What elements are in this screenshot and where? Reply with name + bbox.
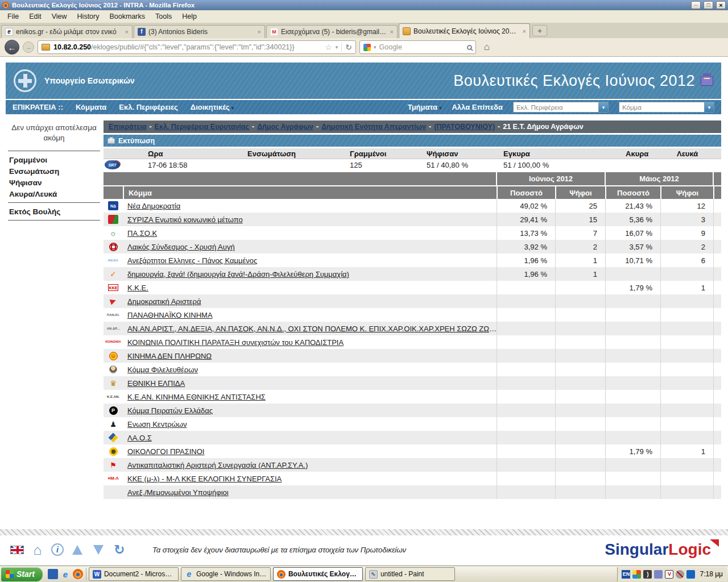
party-link[interactable]: Νέα Δημοκρατία	[127, 202, 180, 210]
party-link[interactable]: Αντικαπιταλιστική Αριστερή Συνεργασία (Α…	[127, 461, 308, 469]
sidebar-link-2[interactable]: Ψήφισαν	[6, 177, 102, 188]
browser-tab-2[interactable]: Εισερχόμενα (5) - bideris@gmail.com - G.…	[266, 25, 398, 38]
tab-close-icon[interactable]	[390, 28, 394, 35]
start-button[interactable]: Start	[1, 567, 43, 581]
refresh-icon[interactable]	[112, 543, 127, 556]
site-nav-item-0[interactable]: ΕΠΙΚΡΑΤΕΙΑ ::	[13, 103, 63, 111]
party-link[interactable]: δημιουργία, ξανά! (δημιουργία ξανά!-Δράσ…	[127, 270, 349, 278]
tab-close-icon[interactable]	[125, 28, 129, 35]
network-tray-icon[interactable]	[654, 570, 663, 579]
search-bar[interactable]: Google	[359, 40, 476, 54]
task-button-2[interactable]: Βουλευτικές Εκλογές ...	[273, 567, 363, 581]
breadcrumb-item-2[interactable]: Δήμος Αγράφων	[257, 123, 313, 131]
party-link[interactable]: ΣΥΡΙΖΑ Ενωτικό κοινωνικό μέτωπο	[127, 215, 243, 224]
party-link[interactable]: Κόμμα Πειρατών Ελλάδας	[127, 406, 213, 415]
print-button[interactable]: Εκτύπωση	[104, 135, 721, 147]
footer-home-icon[interactable]	[30, 543, 45, 556]
party-link[interactable]: Δημοκρατική Αριστερά	[127, 297, 201, 306]
party-link[interactable]: ΚΙΝΗΜΑ ΔΕΝ ΠΛΗΡΩΝΩ	[127, 352, 212, 360]
messenger-tray-icon[interactable]	[686, 570, 695, 579]
task-button-1[interactable]: Google - Windows Intern...	[181, 567, 271, 581]
office-tray-icon[interactable]	[632, 570, 641, 579]
tab-close-icon[interactable]	[258, 28, 261, 35]
party-link[interactable]: Κ.Κ.Ε.	[127, 284, 148, 292]
site-header: Υπουργείο Εσωτερικών Βουλευτικές Εκλογές…	[6, 63, 721, 99]
minimize-button[interactable]	[691, 1, 701, 9]
antivirus-tray-icon[interactable]: V	[665, 570, 673, 579]
url-bar[interactable]: 10.82.0.250/ekloges/public/#{"cls":"leve…	[38, 40, 356, 54]
breadcrumb-item-3[interactable]: Δημοτική Ενότητα Απεραντίων	[321, 123, 426, 131]
quicklaunch-app-icon[interactable]	[48, 569, 58, 579]
site-nav-right-item-1[interactable]: Αλλα Επίπεδα	[452, 103, 503, 111]
wireless-tray-icon[interactable]	[643, 570, 652, 579]
result-value	[605, 417, 660, 431]
url-text: 10.82.0.250/ekloges/public/#{"cls":"leve…	[53, 43, 321, 51]
menu-item-view[interactable]: View	[47, 11, 72, 22]
party-link[interactable]: Ανεξάρτητοι Ελληνες - Πάνος Καμμένος	[127, 256, 257, 265]
site-nav-right-item-0[interactable]: Τμήματα	[408, 103, 442, 111]
party-link[interactable]: ΚΟΙΝΩΝΙΑ ΠΟΛΙΤΙΚΗ ΠΑΡΑΤΑΞΗ συνεχιστών το…	[127, 338, 344, 347]
tab-close-icon[interactable]	[523, 28, 526, 35]
close-button[interactable]	[716, 1, 726, 9]
maximize-button[interactable]	[704, 1, 713, 9]
party-link[interactable]: ΠΑΝΑΘΗΝΑΪΚΟ ΚΙΝΗΜΑ	[127, 311, 213, 319]
party-icon-cell	[104, 376, 123, 390]
bookmark-star-icon[interactable]	[325, 43, 332, 52]
sidebar-link-3[interactable]: Ακυρα/Λευκά	[6, 188, 102, 199]
browser-tab-1[interactable]: (3) Antonios Bideris	[134, 25, 265, 38]
quicklaunch-firefox-icon[interactable]	[73, 569, 83, 579]
site-nav-item-1[interactable]: Κόμματα	[76, 103, 106, 111]
party-link[interactable]: Κ.Ε.ΑΝ. ΚΙΝΗΜΑ ΕΘΝΙΚΗΣ ΑΝΤΙΣΤΑΣΗΣ	[127, 393, 266, 401]
arrow-down-icon[interactable]	[93, 545, 104, 555]
breadcrumb-item-0[interactable]: Επικράτεια	[109, 123, 146, 131]
party-link[interactable]: ΠΑ.ΣΟ.Κ	[127, 229, 157, 238]
sidebar-link-1[interactable]: Ενσωμάτωση	[6, 165, 102, 177]
party-link[interactable]: Ανεξ./Μεμονωμένοι Υποψήφιοι	[127, 488, 229, 497]
url-dropdown-icon[interactable]	[336, 44, 338, 50]
menu-item-history[interactable]: History	[72, 11, 105, 22]
menu-item-tools[interactable]: Tools	[150, 11, 177, 22]
search-engine-dropdown-icon[interactable]	[374, 44, 377, 50]
search-input[interactable]: Google	[379, 43, 464, 51]
menu-item-edit[interactable]: Edit	[24, 11, 47, 22]
browser-tab-3[interactable]: Βουλευτικές Εκλογές Ιούνιος 2012 - INTRA	[399, 23, 530, 38]
party-link[interactable]: ΑΝ.ΑΝ.ΑΡΙΣΤ., ΑΝ.ΔΕΞΙΑ, ΑΝ.ΠΑΣΟΚ, ΑΝ.Ν.Δ…	[127, 325, 497, 333]
volume-muted-tray-icon[interactable]	[676, 570, 684, 579]
party-link[interactable]: ΛΑ.Ο.Σ	[127, 434, 152, 442]
arrow-up-icon[interactable]	[72, 545, 82, 555]
uk-flag-icon[interactable]	[10, 546, 24, 554]
en-language-tray-icon[interactable]: EN	[622, 570, 630, 579]
search-icon[interactable]	[467, 45, 472, 50]
result-value: 1	[555, 267, 605, 281]
dropdown-0[interactable]: Εκλ. Περιφέρεια	[513, 102, 609, 113]
dropdown-1[interactable]: Κόμμα	[619, 102, 714, 113]
menu-item-help[interactable]: Help	[177, 11, 202, 22]
home-button[interactable]	[479, 40, 494, 54]
summary-header-1: Ενσωμάτωση	[224, 149, 326, 158]
site-nav-item-2[interactable]: Εκλ. Περιφέρειες	[119, 103, 178, 111]
breadcrumb-item-1[interactable]: Εκλ. Περιφέρεια Ευρυτανίας	[155, 123, 249, 131]
party-link[interactable]: Ενωση Κεντρώων	[127, 420, 187, 429]
task-button-3[interactable]: untitled - Paint	[365, 567, 455, 581]
browser-tab-0[interactable]: enikos.gr - εδώ μιλάμε στον ενικό	[1, 25, 133, 38]
reload-icon[interactable]	[341, 43, 352, 52]
sidebar-link2-0[interactable]: Εκτός Βουλής	[6, 206, 102, 217]
info-icon[interactable]	[51, 543, 64, 556]
quicklaunch-ie-icon[interactable]	[60, 569, 71, 579]
menu-item-file[interactable]: File	[2, 11, 24, 22]
task-button-0[interactable]: Document2 - Microsoft ...	[89, 567, 179, 581]
party-link[interactable]: ΟΙΚΟΛΟΓΟΙ ΠΡΑΣΙΝΟΙ	[127, 447, 204, 456]
back-button[interactable]	[5, 40, 19, 55]
party-link[interactable]: Λαικός Σύνδεσμος - Χρυσή Αυγή	[127, 243, 235, 251]
party-icon-antarsya	[106, 460, 120, 469]
forward-button[interactable]	[23, 41, 34, 53]
party-link[interactable]: ΕΘΝΙΚΗ ΕΛΠΙΔΑ	[127, 379, 185, 388]
new-tab-button[interactable]	[532, 25, 547, 36]
result-value: 21,43 %	[605, 199, 660, 213]
menu-item-bookmarks[interactable]: Bookmarks	[104, 11, 150, 22]
sidebar-link-0[interactable]: Γραμμένοι	[6, 154, 102, 165]
site-nav-item-3[interactable]: Διοικητικές	[191, 103, 234, 111]
breadcrumb-item-4[interactable]: (ΠΡΑΤΟΒΟΥΝΙΟΥ)	[434, 123, 495, 131]
party-link[interactable]: Κόμμα Φιλελευθέρων	[127, 365, 198, 374]
party-link[interactable]: ΚΚΕ (μ-λ) - Μ-Λ ΚΚΕ ΕΚΛΟΓΙΚΗ ΣΥΝΕΡΓΑΣΙΑ	[127, 475, 282, 483]
